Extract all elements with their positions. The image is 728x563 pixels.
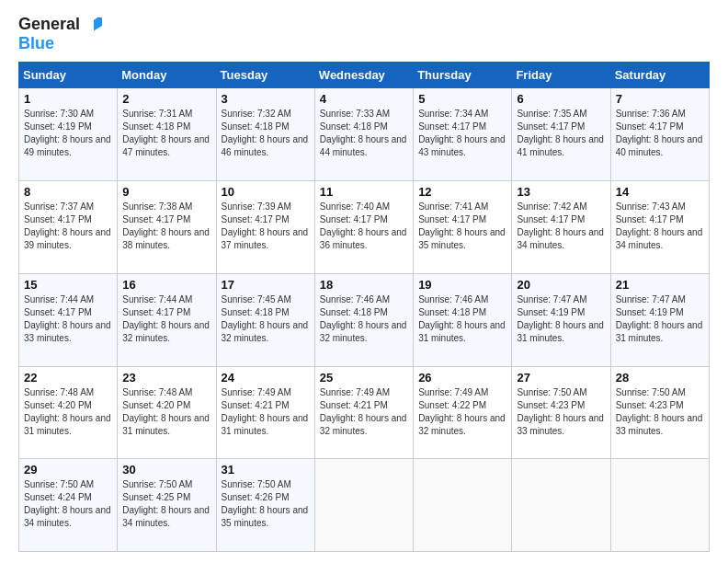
cell-info: Sunrise: 7:38 AMSunset: 4:17 PMDaylight:…	[122, 201, 210, 250]
calendar-cell: 12Sunrise: 7:41 AMSunset: 4:17 PMDayligh…	[414, 181, 512, 274]
calendar-cell: 24Sunrise: 7:49 AMSunset: 4:21 PMDayligh…	[216, 366, 314, 459]
cell-info: Sunrise: 7:33 AMSunset: 4:18 PMDaylight:…	[320, 109, 407, 157]
calendar-cell: 13Sunrise: 7:42 AMSunset: 4:17 PMDayligh…	[512, 181, 610, 274]
calendar-cell	[610, 459, 709, 552]
calendar-cell	[314, 459, 413, 552]
calendar-cell: 10Sunrise: 7:39 AMSunset: 4:17 PMDayligh…	[216, 181, 314, 274]
cell-info: Sunrise: 7:49 AMSunset: 4:22 PMDaylight:…	[418, 387, 506, 436]
cell-info: Sunrise: 7:44 AMSunset: 4:17 PMDaylight:…	[122, 294, 210, 343]
cell-info: Sunrise: 7:47 AMSunset: 4:19 PMDaylight:…	[616, 294, 703, 343]
cell-info: Sunrise: 7:50 AMSunset: 4:23 PMDaylight:…	[517, 387, 604, 436]
calendar-cell: 21Sunrise: 7:47 AMSunset: 4:19 PMDayligh…	[610, 273, 709, 366]
cell-info: Sunrise: 7:37 AMSunset: 4:17 PMDaylight:…	[24, 201, 111, 250]
cell-info: Sunrise: 7:50 AMSunset: 4:25 PMDaylight:…	[122, 479, 210, 528]
day-number: 19	[418, 278, 506, 292]
cell-info: Sunrise: 7:50 AMSunset: 4:24 PMDaylight:…	[24, 479, 111, 528]
calendar-cell: 5Sunrise: 7:34 AMSunset: 4:17 PMDaylight…	[414, 88, 512, 181]
day-number: 22	[24, 371, 112, 385]
cell-info: Sunrise: 7:41 AMSunset: 4:17 PMDaylight:…	[418, 201, 506, 250]
day-number: 17	[222, 278, 310, 292]
cell-info: Sunrise: 7:46 AMSunset: 4:18 PMDaylight:…	[418, 294, 506, 343]
cell-info: Sunrise: 7:48 AMSunset: 4:20 PMDaylight:…	[24, 387, 111, 436]
calendar-cell: 19Sunrise: 7:46 AMSunset: 4:18 PMDayligh…	[414, 273, 512, 366]
cell-info: Sunrise: 7:49 AMSunset: 4:21 PMDaylight:…	[320, 387, 407, 436]
cell-info: Sunrise: 7:31 AMSunset: 4:18 PMDaylight:…	[122, 109, 210, 157]
cell-info: Sunrise: 7:32 AMSunset: 4:18 PMDaylight:…	[222, 109, 309, 157]
day-number: 7	[616, 92, 704, 106]
cell-info: Sunrise: 7:47 AMSunset: 4:19 PMDaylight:…	[517, 294, 604, 343]
logo: General Blue	[18, 15, 102, 52]
cell-info: Sunrise: 7:45 AMSunset: 4:18 PMDaylight:…	[222, 294, 309, 343]
day-number: 3	[222, 92, 310, 106]
day-number: 9	[122, 185, 210, 199]
day-number: 16	[122, 278, 210, 292]
calendar-cell: 30Sunrise: 7:50 AMSunset: 4:25 PMDayligh…	[118, 459, 216, 552]
day-number: 14	[616, 185, 704, 199]
cell-info: Sunrise: 7:35 AMSunset: 4:17 PMDaylight:…	[517, 109, 604, 157]
day-number: 5	[418, 92, 506, 106]
day-number: 13	[517, 185, 605, 199]
cell-info: Sunrise: 7:43 AMSunset: 4:17 PMDaylight:…	[616, 201, 703, 250]
calendar-table: SundayMondayTuesdayWednesdayThursdayFrid…	[18, 62, 710, 552]
calendar-cell: 15Sunrise: 7:44 AMSunset: 4:17 PMDayligh…	[19, 273, 118, 366]
day-number: 27	[517, 371, 605, 385]
cell-info: Sunrise: 7:48 AMSunset: 4:20 PMDaylight:…	[122, 387, 210, 436]
day-number: 20	[517, 278, 605, 292]
day-number: 26	[418, 371, 506, 385]
calendar-cell: 4Sunrise: 7:33 AMSunset: 4:18 PMDaylight…	[314, 88, 413, 181]
calendar-cell: 6Sunrise: 7:35 AMSunset: 4:17 PMDaylight…	[512, 88, 610, 181]
logo-bird-icon	[85, 17, 102, 34]
calendar-cell: 25Sunrise: 7:49 AMSunset: 4:21 PMDayligh…	[314, 366, 413, 459]
calendar-cell: 29Sunrise: 7:50 AMSunset: 4:24 PMDayligh…	[19, 459, 118, 552]
weekday-header-friday: Friday	[512, 63, 610, 88]
cell-info: Sunrise: 7:49 AMSunset: 4:21 PMDaylight:…	[222, 387, 309, 436]
day-number: 28	[616, 371, 704, 385]
calendar-cell: 20Sunrise: 7:47 AMSunset: 4:19 PMDayligh…	[512, 273, 610, 366]
day-number: 8	[24, 185, 112, 199]
day-number: 18	[320, 278, 408, 292]
calendar-cell: 2Sunrise: 7:31 AMSunset: 4:18 PMDaylight…	[118, 88, 216, 181]
cell-info: Sunrise: 7:34 AMSunset: 4:17 PMDaylight:…	[418, 109, 506, 157]
day-number: 21	[616, 278, 704, 292]
calendar-cell: 22Sunrise: 7:48 AMSunset: 4:20 PMDayligh…	[19, 366, 118, 459]
weekday-header-thursday: Thursday	[414, 63, 512, 88]
calendar-cell: 23Sunrise: 7:48 AMSunset: 4:20 PMDayligh…	[118, 366, 216, 459]
cell-info: Sunrise: 7:30 AMSunset: 4:19 PMDaylight:…	[24, 109, 111, 157]
day-number: 23	[122, 371, 210, 385]
day-number: 11	[320, 185, 408, 199]
day-number: 24	[222, 371, 310, 385]
day-number: 29	[24, 463, 112, 477]
day-number: 1	[24, 92, 112, 106]
cell-info: Sunrise: 7:39 AMSunset: 4:17 PMDaylight:…	[222, 201, 309, 250]
cell-info: Sunrise: 7:44 AMSunset: 4:17 PMDaylight:…	[24, 294, 111, 343]
page: General Blue SundayMondayTuesdayWednesda…	[0, 0, 728, 563]
calendar-cell: 28Sunrise: 7:50 AMSunset: 4:23 PMDayligh…	[610, 366, 709, 459]
calendar-cell: 3Sunrise: 7:32 AMSunset: 4:18 PMDaylight…	[216, 88, 314, 181]
calendar-cell: 31Sunrise: 7:50 AMSunset: 4:26 PMDayligh…	[216, 459, 314, 552]
day-number: 2	[122, 92, 210, 106]
weekday-header-wednesday: Wednesday	[314, 63, 413, 88]
day-number: 4	[320, 92, 408, 106]
cell-info: Sunrise: 7:46 AMSunset: 4:18 PMDaylight:…	[320, 294, 407, 343]
cell-info: Sunrise: 7:50 AMSunset: 4:23 PMDaylight:…	[616, 387, 703, 436]
calendar-cell: 9Sunrise: 7:38 AMSunset: 4:17 PMDaylight…	[118, 181, 216, 274]
day-number: 10	[222, 185, 310, 199]
calendar-cell: 18Sunrise: 7:46 AMSunset: 4:18 PMDayligh…	[314, 273, 413, 366]
weekday-header-monday: Monday	[118, 63, 216, 88]
logo-text: General Blue	[18, 15, 102, 52]
day-number: 6	[517, 92, 605, 106]
calendar-cell	[414, 459, 512, 552]
calendar-cell: 11Sunrise: 7:40 AMSunset: 4:17 PMDayligh…	[314, 181, 413, 274]
day-number: 31	[222, 463, 310, 477]
calendar-cell: 17Sunrise: 7:45 AMSunset: 4:18 PMDayligh…	[216, 273, 314, 366]
calendar-cell: 27Sunrise: 7:50 AMSunset: 4:23 PMDayligh…	[512, 366, 610, 459]
weekday-header-tuesday: Tuesday	[216, 63, 314, 88]
day-number: 15	[24, 278, 112, 292]
calendar-cell: 14Sunrise: 7:43 AMSunset: 4:17 PMDayligh…	[610, 181, 709, 274]
cell-info: Sunrise: 7:42 AMSunset: 4:17 PMDaylight:…	[517, 201, 604, 250]
header: General Blue	[18, 15, 710, 52]
calendar-cell: 1Sunrise: 7:30 AMSunset: 4:19 PMDaylight…	[19, 88, 118, 181]
calendar-cell: 7Sunrise: 7:36 AMSunset: 4:17 PMDaylight…	[610, 88, 709, 181]
calendar-cell	[512, 459, 610, 552]
calendar-cell: 16Sunrise: 7:44 AMSunset: 4:17 PMDayligh…	[118, 273, 216, 366]
